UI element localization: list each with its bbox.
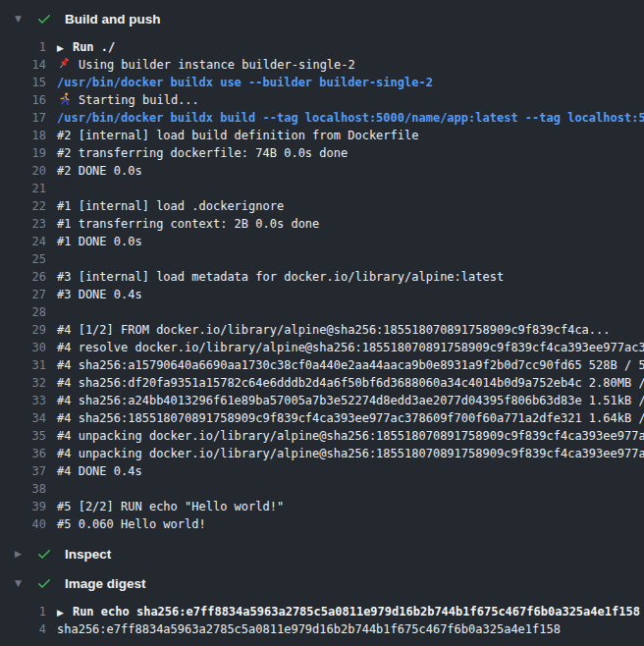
- log-line: 28: [0, 303, 644, 321]
- step-header-build-and-push[interactable]: ▼ Build and push: [0, 4, 644, 33]
- log-line: 31 #4 sha256:a15790640a6690aa1730c38cf0a…: [0, 356, 644, 374]
- log-line: 24 #1 DONE 0.0s: [0, 233, 644, 250]
- log-line-text: #5 [2/2] RUN echo "Hello world!": [57, 498, 284, 515]
- log-line-text: ▶Run ./: [57, 38, 115, 56]
- step-build-and-push: ▼ Build and push 1 ▶Run ./ 14 Using buil…: [0, 4, 644, 539]
- log-line: 35 #4 unpacking docker.io/library/alpine…: [0, 427, 644, 445]
- log-line-text: #3 [internal] load metadata for docker.i…: [57, 268, 504, 286]
- log-line-text: ▶Run echo sha256:e7ff8834a5963a2785c5a08…: [57, 603, 640, 620]
- line-number-link[interactable]: 30: [0, 339, 46, 356]
- log-line: 25: [0, 250, 644, 268]
- line-number-link[interactable]: 25: [0, 250, 46, 268]
- line-number-link[interactable]: 22: [0, 197, 46, 215]
- line-number-link[interactable]: 4: [0, 620, 46, 638]
- step-header-inspect[interactable]: ▶ Inspect: [0, 539, 644, 568]
- line-number-link[interactable]: 28: [0, 303, 46, 321]
- log-line: 1 ▶Run ./: [0, 38, 644, 56]
- step-title: Inspect: [65, 547, 111, 562]
- log-line: 38: [0, 480, 644, 498]
- line-number-link[interactable]: 33: [0, 392, 46, 409]
- log-line-text: /usr/bin/docker buildx build --tag local…: [57, 109, 644, 127]
- log-line: 36 #4 unpacking docker.io/library/alpine…: [0, 445, 644, 462]
- log-line-text: /usr/bin/docker buildx use --builder bui…: [57, 74, 433, 91]
- log-line: 17 /usr/bin/docker buildx build --tag lo…: [0, 109, 644, 127]
- line-number-link[interactable]: 40: [0, 515, 46, 533]
- line-number-link[interactable]: 19: [0, 144, 46, 162]
- log-line: 29 #4 [1/2] FROM docker.io/library/alpin…: [0, 321, 644, 339]
- log-line: 30 #4 resolve docker.io/library/alpine@s…: [0, 339, 644, 356]
- line-number-link[interactable]: 26: [0, 268, 46, 286]
- log-line: 1 ▶Run echo sha256:e7ff8834a5963a2785c5a…: [0, 603, 644, 620]
- log-line: 18 #2 [internal] load build definition f…: [0, 127, 644, 144]
- log-line-text: #4 sha256:df20fa9351a15782c64e6dddb2d4a6…: [57, 374, 644, 392]
- log-line-text: #1 DONE 0.0s: [57, 233, 142, 250]
- line-number-link[interactable]: 39: [0, 498, 46, 515]
- log-line: 33 #4 sha256:a24bb4013296f61e89ba57005a7…: [0, 392, 644, 409]
- check-success-icon: [36, 11, 52, 27]
- line-number-link[interactable]: 31: [0, 356, 46, 374]
- log-line: 22 #1 [internal] load .dockerignore: [0, 197, 644, 215]
- line-number-link[interactable]: 21: [0, 180, 46, 197]
- line-number-link[interactable]: 24: [0, 233, 46, 250]
- line-number-link[interactable]: 29: [0, 321, 46, 339]
- log-line: 15 /usr/bin/docker buildx use --builder …: [0, 74, 644, 91]
- log-line-text: #2 [internal] load build definition from…: [57, 127, 418, 144]
- log-line-text: #4 unpacking docker.io/library/alpine@sh…: [57, 427, 644, 445]
- chevron-down-icon[interactable]: ▼: [15, 14, 25, 24]
- log-line-text: #3 DONE 0.4s: [57, 286, 142, 303]
- log-line: 23 #1 transferring context: 2B 0.0s done: [0, 215, 644, 233]
- log-line: 21: [0, 180, 644, 197]
- log-line-text: #2 transferring dockerfile: 74B 0.0s don…: [57, 144, 348, 162]
- log-line: 19 #2 transferring dockerfile: 74B 0.0s …: [0, 144, 644, 162]
- line-number-link[interactable]: 36: [0, 445, 46, 462]
- line-number-link[interactable]: 20: [0, 162, 46, 180]
- line-number-link[interactable]: 38: [0, 480, 46, 498]
- log-line: 39 #5 [2/2] RUN echo "Hello world!": [0, 498, 644, 515]
- log-line: 20 #2 DONE 0.0s: [0, 162, 644, 180]
- check-success-icon: [36, 546, 52, 562]
- step-header-image-digest[interactable]: ▼ Image digest: [0, 568, 644, 598]
- runner-icon: [57, 92, 72, 106]
- log-line: 37 #4 DONE 0.4s: [0, 462, 644, 480]
- expand-group-icon[interactable]: ▶: [57, 604, 64, 621]
- log-line: 40 #5 0.060 Hello world!: [0, 515, 644, 533]
- log-line-text: #4 DONE 0.4s: [57, 462, 142, 480]
- line-number-link[interactable]: 17: [0, 109, 46, 127]
- log-line: 16 Starting build...: [0, 91, 644, 109]
- log-line-text: sha256:e7ff8834a5963a2785c5a0811e979d16b…: [57, 620, 561, 638]
- line-number-link[interactable]: 1: [0, 603, 46, 620]
- line-number-link[interactable]: 27: [0, 286, 46, 303]
- log-line: 32 #4 sha256:df20fa9351a15782c64e6dddb2d…: [0, 374, 644, 392]
- log-line-text: #1 [internal] load .dockerignore: [57, 197, 284, 215]
- line-number-link[interactable]: 18: [0, 127, 46, 144]
- chevron-down-icon[interactable]: ▼: [15, 578, 25, 588]
- step-image-digest: ▼ Image digest 1 ▶Run echo sha256:e7ff88…: [0, 568, 644, 638]
- workflow-log-viewer: ▼ Build and push 1 ▶Run ./ 14 Using buil…: [0, 4, 644, 638]
- step-inspect: ▶ Inspect: [0, 539, 644, 568]
- line-number-link[interactable]: 35: [0, 427, 46, 445]
- log-line: 14 Using builder instance builder-single…: [0, 56, 644, 74]
- step-title: Image digest: [65, 576, 146, 591]
- log-line: 34 #4 sha256:185518070891758909c9f839cf4…: [0, 409, 644, 427]
- line-number-link[interactable]: 15: [0, 74, 46, 91]
- log-line-text: #4 unpacking docker.io/library/alpine@sh…: [57, 445, 644, 462]
- expand-group-icon[interactable]: ▶: [57, 39, 64, 57]
- line-number-link[interactable]: 37: [0, 462, 46, 480]
- line-number-link[interactable]: 1: [0, 38, 46, 56]
- line-number-link[interactable]: 32: [0, 374, 46, 392]
- log-line-text: #5 0.060 Hello world!: [57, 515, 206, 533]
- log-line-text: #4 resolve docker.io/library/alpine@sha2…: [57, 339, 644, 356]
- log-line: 4 sha256:e7ff8834a5963a2785c5a0811e979d1…: [0, 620, 644, 638]
- pushpin-icon: [57, 57, 72, 71]
- line-number-link[interactable]: 34: [0, 409, 46, 427]
- log-line: 26 #3 [internal] load metadata for docke…: [0, 268, 644, 286]
- log-line-text: #4 sha256:a15790640a6690aa1730c38cf0a440…: [57, 356, 644, 374]
- line-number-link[interactable]: 23: [0, 215, 46, 233]
- chevron-right-icon[interactable]: ▶: [15, 549, 25, 559]
- line-number-link[interactable]: 16: [0, 91, 46, 109]
- log-line-text: Using builder instance builder-single-2: [57, 56, 355, 74]
- line-number-link[interactable]: 14: [0, 56, 46, 74]
- step-log-lines: 1 ▶Run ./ 14 Using builder instance buil…: [0, 33, 644, 539]
- step-log-lines: 1 ▶Run echo sha256:e7ff8834a5963a2785c5a…: [0, 598, 644, 638]
- check-success-icon: [36, 575, 52, 591]
